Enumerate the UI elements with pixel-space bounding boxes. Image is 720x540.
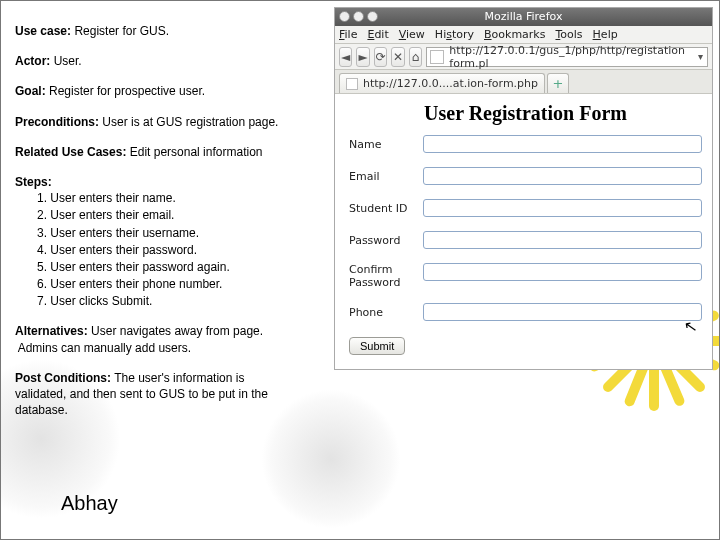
step-item: 4. User enters their password.: [37, 242, 315, 258]
related-label: Related Use Cases:: [15, 145, 126, 159]
back-button[interactable]: ◄: [339, 47, 352, 67]
menubar: File Edit View History Bookmarks Tools H…: [335, 26, 712, 44]
preconditions-value: User is at GUS registration page.: [102, 115, 278, 129]
post-label: Post Conditions:: [15, 371, 111, 385]
url-bar[interactable]: http://127.0.0.1/gus_1/php/http/registat…: [426, 47, 708, 67]
usecase-label: Use case:: [15, 24, 71, 38]
page-content: User Registration Form Name Email Studen…: [335, 94, 712, 369]
alternatives-line2: Admins can manually add users.: [18, 341, 191, 355]
menu-bookmarks[interactable]: Bookmarks: [484, 28, 545, 41]
password-field[interactable]: [423, 231, 702, 249]
menu-view[interactable]: View: [399, 28, 425, 41]
step-item: 7. User clicks Submit.: [37, 293, 315, 309]
arrow-right-icon: ►: [359, 50, 368, 64]
actor-label: Actor:: [15, 54, 50, 68]
tabs-bar: http://127.0.0....at.ion-form.php +: [335, 70, 712, 94]
phone-field[interactable]: [423, 303, 702, 321]
author-name: Abhay: [61, 492, 118, 515]
stop-icon: ✕: [393, 50, 403, 64]
window-title: Mozilla Firefox: [485, 10, 563, 23]
home-button[interactable]: ⌂: [409, 47, 422, 67]
url-text: http://127.0.0.1/gus_1/php/http/registat…: [449, 44, 685, 70]
actor-value: User.: [54, 54, 82, 68]
forward-button[interactable]: ►: [356, 47, 369, 67]
step-item: 3. User enters their username.: [37, 225, 315, 241]
page-icon: [346, 78, 358, 90]
preconditions-label: Preconditions:: [15, 115, 99, 129]
arrow-left-icon: ◄: [341, 50, 350, 64]
plus-icon: +: [553, 76, 564, 91]
confirm-password-field[interactable]: [423, 263, 702, 281]
stop-button[interactable]: ✕: [391, 47, 404, 67]
alternatives-value: User navigates away from page.: [91, 324, 263, 338]
email-field[interactable]: [423, 167, 702, 185]
tab-label: http://127.0.0....at.ion-form.php: [363, 77, 538, 90]
email-label: Email: [349, 170, 423, 183]
submit-button[interactable]: Submit: [349, 337, 405, 355]
related-value: Edit personal information: [130, 145, 263, 159]
menu-help[interactable]: Help: [593, 28, 618, 41]
usecase-panel: Use case: Register for GUS. Actor: User.…: [15, 23, 315, 432]
steps-list: 1. User enters their name. 2. User enter…: [15, 190, 315, 309]
menu-tools[interactable]: Tools: [555, 28, 582, 41]
chevron-down-icon[interactable]: ▾: [698, 51, 703, 62]
page-title: User Registration Form: [349, 102, 702, 125]
navbar: ◄ ► ⟳ ✕ ⌂ http://127.0.0.1/gus_1/php/htt…: [335, 44, 712, 70]
name-field[interactable]: [423, 135, 702, 153]
studentid-field[interactable]: [423, 199, 702, 217]
goal-value: Register for prospective user.: [49, 84, 205, 98]
step-item: 5. User enters their password again.: [37, 259, 315, 275]
tab-active[interactable]: http://127.0.0....at.ion-form.php: [339, 73, 545, 93]
window-control-icon[interactable]: [339, 11, 350, 22]
window-control-icon[interactable]: [367, 11, 378, 22]
steps-label: Steps:: [15, 175, 52, 189]
step-item: 1. User enters their name.: [37, 190, 315, 206]
reload-button[interactable]: ⟳: [374, 47, 387, 67]
phone-label: Phone: [349, 306, 423, 319]
menu-file[interactable]: File: [339, 28, 357, 41]
browser-window: Mozilla Firefox File Edit View History B…: [334, 7, 713, 370]
new-tab-button[interactable]: +: [547, 73, 569, 93]
window-control-icon[interactable]: [353, 11, 364, 22]
alternatives-label: Alternatives:: [15, 324, 88, 338]
window-titlebar[interactable]: Mozilla Firefox: [335, 8, 712, 26]
menu-edit[interactable]: Edit: [367, 28, 388, 41]
step-item: 2. User enters their email.: [37, 207, 315, 223]
page-icon: [430, 50, 444, 64]
name-label: Name: [349, 138, 423, 151]
home-icon: ⌂: [412, 50, 420, 64]
confirm-password-label: Confirm Password: [349, 263, 423, 289]
menu-history[interactable]: History: [435, 28, 474, 41]
reload-icon: ⟳: [376, 50, 386, 64]
usecase-value: Register for GUS.: [74, 24, 169, 38]
goal-label: Goal:: [15, 84, 46, 98]
step-item: 6. User enters their phone number.: [37, 276, 315, 292]
password-label: Password: [349, 234, 423, 247]
studentid-label: Student ID: [349, 202, 423, 215]
